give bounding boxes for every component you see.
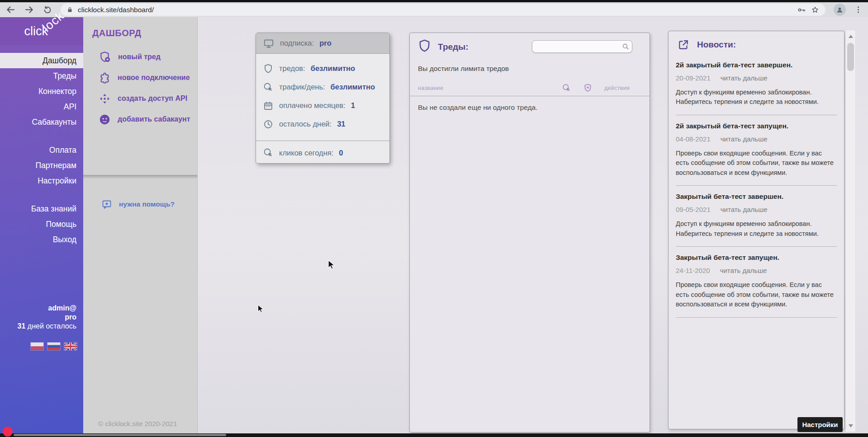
threads-empty-message: Вы не создали еще ни одного треда. — [418, 103, 537, 112]
profile-avatar[interactable] — [834, 4, 846, 16]
help-link-label: нужна помощь? — [119, 200, 175, 208]
screen: clicklock.site/dashboard/ clicklock Дашб… — [0, 0, 868, 437]
new-connection-button[interactable]: новое подключение — [83, 67, 197, 88]
menu-dots-icon — [854, 5, 863, 14]
sidebar-item-partners[interactable]: Партнерам — [0, 158, 83, 173]
subscription-label: подписка: — [280, 39, 314, 47]
scroll-down-icon — [849, 424, 853, 428]
forward-icon — [24, 5, 34, 15]
subscription-clicks-row: кликов сегодня: 0 — [256, 141, 389, 164]
mouse-cursor-icon — [257, 305, 265, 313]
main-area: подписка: pro тредов: безлимитно — [198, 17, 868, 433]
click-icon — [562, 83, 571, 93]
page-scrollbar[interactable] — [845, 30, 856, 432]
move-arrows-icon — [99, 93, 111, 105]
news-item: Закрытый бета-тест завершен. 09-05-2021 … — [676, 186, 837, 247]
news-item-title: 2й закрытый бета-тест завершен. — [676, 61, 837, 69]
read-more-link[interactable]: читать дальше — [721, 206, 768, 213]
sidebar-item-api[interactable]: API — [0, 99, 83, 114]
threads-header-icons: действия — [562, 83, 630, 93]
click-icon — [263, 82, 274, 93]
news-item-body: Проверь свои входящие сообщения. Если у … — [676, 280, 837, 309]
subscription-row-days: осталось дней: 31 — [256, 115, 389, 133]
subscription-row-threads: тредов: безлимитно — [256, 59, 389, 78]
threads-search — [532, 40, 632, 53]
video-player-strip — [0, 433, 868, 437]
clicklock-logo[interactable]: clicklock — [0, 17, 83, 45]
person-icon — [835, 5, 844, 14]
panel-shadow-divider — [83, 175, 197, 179]
settings-overlay-button[interactable]: Настройки — [797, 417, 843, 432]
create-api-access-button[interactable]: создать доступ API — [83, 88, 197, 109]
back-button[interactable] — [5, 5, 16, 15]
mouse-cursor-icon — [327, 260, 336, 270]
sidebar-item-threads[interactable]: Треды — [0, 68, 83, 84]
news-item-date: 04-08-2021 — [676, 135, 711, 143]
user-days-left: 31 дней осталось — [18, 322, 76, 331]
forward-button[interactable] — [24, 5, 34, 15]
sidebar-item-payment[interactable]: Оплата — [0, 142, 83, 158]
sidebar-item-help[interactable]: Помощь — [0, 216, 83, 232]
threads-limit-message: Вы достигли лимита тредов — [418, 65, 509, 73]
actions-column-header: действия — [604, 85, 630, 91]
refresh-icon — [43, 5, 52, 15]
action-label: создать доступ API — [118, 94, 187, 103]
shield-icon — [263, 63, 274, 74]
subaccount-face-icon — [99, 113, 111, 126]
scrollbar-thumb[interactable] — [847, 43, 854, 71]
browser-menu-button[interactable] — [854, 5, 863, 14]
threads-panel: Треды: Вы достигли лимита тредов названи… — [409, 33, 650, 432]
read-more-link[interactable]: читать дальше — [721, 74, 768, 82]
need-help-link[interactable]: нужна помощь? — [83, 199, 197, 210]
puzzle-icon — [99, 72, 111, 84]
scroll-up-button[interactable] — [846, 31, 855, 41]
news-item-title: Закрытый бета-тест запущен. — [676, 254, 837, 262]
clock-icon — [263, 119, 274, 130]
read-more-link[interactable]: читать дальше — [720, 267, 767, 274]
action-label: добавить сабакаунт — [118, 115, 190, 123]
sidebar-item-dashboard[interactable]: Дашборд — [0, 53, 83, 68]
menu-gap — [0, 188, 83, 201]
news-panel: Новости: 2й закрытый бета-тест завершен.… — [668, 31, 844, 429]
shield-icon — [417, 38, 432, 53]
sidebar-item-subaccounts[interactable]: Сабакаунты — [0, 114, 83, 130]
user-plan: pro — [18, 313, 76, 322]
polish-flag-icon[interactable] — [31, 343, 43, 350]
search-icon[interactable] — [621, 42, 633, 51]
news-item-body: Проверь свои входящие сообщения. Если у … — [676, 149, 837, 178]
news-item-date: 09-05-2021 — [676, 206, 711, 213]
shield-star-icon — [583, 83, 593, 93]
british-flag-icon[interactable] — [64, 343, 77, 350]
record-dot — [3, 427, 13, 437]
scroll-down-button[interactable] — [846, 421, 855, 431]
read-more-link[interactable]: читать дальше — [721, 135, 768, 143]
calendar-icon — [263, 100, 274, 111]
sidebar-item-settings[interactable]: Настройки — [0, 173, 83, 188]
news-title: Новости: — [697, 40, 736, 50]
external-link-icon — [677, 38, 690, 52]
video-progress-bar[interactable] — [14, 434, 226, 436]
scroll-up-icon — [849, 35, 853, 38]
threads-table-header: название действия — [410, 80, 650, 96]
sidebar-item-connector[interactable]: Коннектор — [0, 84, 83, 99]
russian-flag-icon[interactable] — [47, 343, 60, 350]
quick-actions: новый тред новое подключение создать дос… — [83, 47, 197, 130]
add-subaccount-button[interactable]: добавить сабакаунт — [83, 109, 197, 130]
sidebar-item-logout[interactable]: Выход — [0, 232, 83, 247]
key-icon[interactable] — [797, 5, 806, 14]
url-text: clicklock.site/dashboard/ — [78, 6, 154, 14]
news-item-date: 20-09-2021 — [676, 74, 711, 82]
threads-search-input[interactable] — [532, 41, 621, 52]
sidebar-item-knowledge-base[interactable]: База знаний — [0, 201, 83, 216]
refresh-button[interactable] — [43, 5, 52, 15]
click-icon — [263, 147, 274, 158]
user-email: admin@ — [18, 304, 76, 313]
bookmark-star-icon[interactable] — [811, 5, 820, 14]
subscription-row-traffic: трафик/день: безлимитно — [256, 78, 389, 96]
dashboard-panel-title: ДАШБОРД — [83, 17, 197, 38]
lock-icon — [66, 6, 73, 13]
subscription-value: pro — [319, 39, 332, 47]
new-thread-button[interactable]: новый тред — [83, 47, 197, 67]
threads-title: Треды: — [438, 42, 469, 52]
address-bar[interactable]: clicklock.site/dashboard/ — [61, 4, 825, 16]
